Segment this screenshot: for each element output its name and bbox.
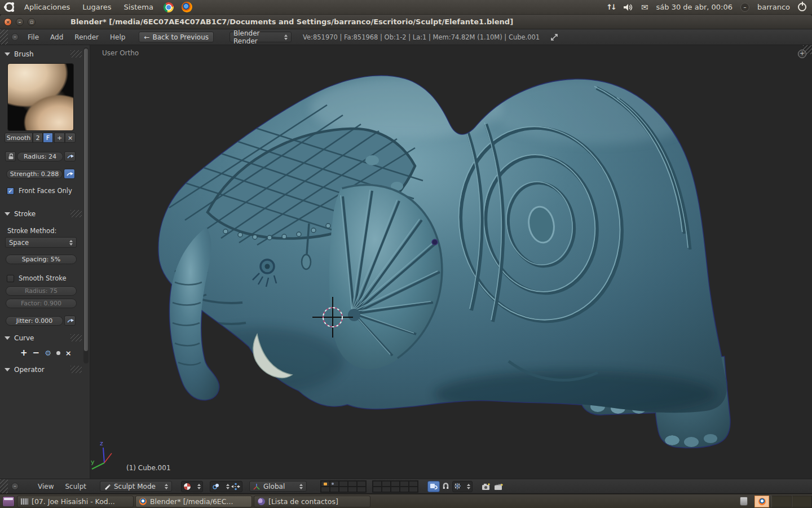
layer-cell[interactable] (357, 487, 366, 492)
snap-element-select[interactable] (452, 481, 473, 492)
panel-drag-widget[interactable] (70, 366, 82, 373)
menu-file[interactable]: File (22, 33, 45, 41)
layer-cell[interactable] (339, 481, 348, 487)
toolshelf-scrollbar-thumb[interactable] (84, 49, 88, 351)
unified-radius-lock-icon[interactable] (5, 151, 16, 161)
stroke-method-select[interactable]: Space (5, 237, 77, 248)
menu-add[interactable]: Add (45, 33, 69, 41)
menu-aplicaciones[interactable]: Aplicaciones (22, 2, 72, 12)
brush-fake-user-button[interactable]: F (43, 133, 53, 143)
window-maximize-button[interactable]: ▫ (28, 18, 36, 26)
panel-drag-widget[interactable] (70, 50, 82, 58)
layer-cell[interactable] (391, 487, 400, 492)
layers-grid-right[interactable] (372, 480, 418, 493)
task-media-player[interactable]: [07. Joe Hisaishi - Kod... (17, 496, 134, 507)
jitter-pressure-toggle[interactable] (64, 316, 76, 326)
strength-slider[interactable]: Strength: 0.288 (6, 169, 63, 179)
layer-cell[interactable] (321, 487, 330, 492)
opengl-render-button[interactable] (480, 481, 493, 492)
render-engine-select[interactable]: Blender Render (230, 32, 292, 42)
editor-type-button[interactable]: – (11, 33, 19, 41)
curve-preset-wrench-icon[interactable]: ⚙ (45, 349, 51, 357)
panel-drag-widget[interactable] (70, 210, 82, 217)
network-icon[interactable]: ↑↓ (606, 3, 615, 11)
task-blender[interactable]: Blender* [/media/6EC... (135, 496, 252, 507)
layer-cell[interactable] (400, 481, 409, 487)
spacing-slider[interactable]: Spacing: 5% (6, 255, 77, 264)
curve-add-point-button[interactable]: + (20, 348, 28, 358)
layer-cell[interactable] (373, 481, 382, 487)
menu-view[interactable]: View (32, 483, 59, 491)
layer-cell[interactable] (348, 481, 357, 487)
layer-cell[interactable] (357, 481, 366, 487)
layer-cell[interactable] (339, 487, 348, 492)
layer-cell[interactable] (348, 487, 357, 492)
workspace-cell[interactable] (792, 496, 812, 507)
panel-drag-widget[interactable] (70, 334, 82, 341)
brush-name-field[interactable]: Smooth (5, 133, 33, 143)
me-menu-icon[interactable]: – (740, 3, 749, 12)
layer-cell[interactable] (330, 481, 339, 487)
brush-add-button[interactable]: + (54, 133, 65, 143)
opengl-render-anim-button[interactable] (493, 481, 505, 492)
radius-slider[interactable]: Radius: 24 (17, 152, 63, 161)
layer-cell[interactable] (382, 487, 391, 492)
menu-sculpt[interactable]: Sculpt (59, 483, 91, 491)
pivot-point-icon[interactable] (212, 483, 220, 491)
brush-unlink-button[interactable]: × (65, 133, 76, 143)
layers-widget[interactable] (320, 480, 418, 493)
window-close-button[interactable]: × (4, 18, 12, 26)
brush-users-button[interactable]: 2 (33, 133, 43, 143)
curve-handle-type-icon[interactable] (56, 351, 60, 355)
layer-cell[interactable] (409, 481, 418, 487)
maximize-area-icon[interactable] (550, 33, 559, 42)
smooth-stroke-checkbox[interactable] (7, 275, 14, 282)
panel-header-curve[interactable]: Curve (5, 334, 34, 342)
chrome-launcher-icon[interactable] (164, 2, 174, 12)
power-icon[interactable] (798, 3, 806, 11)
menu-sistema[interactable]: Sistema (122, 2, 156, 12)
strength-pressure-toggle[interactable] (64, 169, 75, 179)
user-name[interactable]: barranco (757, 3, 790, 11)
smooth-factor-slider[interactable]: Factor: 0.900 (6, 299, 77, 308)
panel-header-stroke[interactable]: Stroke (5, 210, 36, 218)
layer-cell[interactable] (330, 487, 339, 492)
layers-grid-left[interactable] (320, 480, 367, 493)
brush-preview-image[interactable] (7, 63, 74, 131)
viewport-corner-widget[interactable] (803, 45, 812, 54)
jitter-slider[interactable]: Jitter: 0.000 (6, 316, 63, 326)
layer-cell[interactable] (400, 487, 409, 492)
trash-icon[interactable] (740, 497, 748, 506)
panel-header-brush[interactable]: Brush (5, 50, 34, 58)
mode-select[interactable]: Sculpt Mode (100, 481, 172, 492)
menu-lugares[interactable]: Lugares (80, 2, 113, 12)
task-contacts[interactable]: [Lista de contactos] (254, 496, 370, 507)
layer-cell-active[interactable] (321, 481, 330, 487)
mail-indicator-icon[interactable]: ✉ (641, 2, 648, 12)
smooth-radius-slider[interactable]: Radius: 75 (6, 286, 77, 296)
back-to-previous-button[interactable]: ← Back to Previous (139, 32, 214, 42)
viewport-3d[interactable]: y z User Ortho (1) Cube.001 + (90, 45, 812, 479)
workspace-cell[interactable] (771, 496, 792, 507)
editor-corner-widget[interactable] (0, 479, 8, 493)
firefox-launcher-icon[interactable] (182, 2, 192, 12)
layer-cell[interactable] (391, 481, 400, 487)
scene-lock-toggle[interactable] (427, 481, 440, 492)
curve-reset-button[interactable]: × (65, 349, 72, 357)
show-desktop-button[interactable] (2, 496, 15, 507)
volume-icon[interactable] (623, 3, 633, 11)
manipulator-toggle-icon[interactable] (231, 483, 240, 491)
menu-render[interactable]: Render (69, 33, 104, 41)
clock[interactable]: sáb 30 de abr, 00:06 (656, 3, 732, 11)
editor-type-button[interactable]: – (11, 483, 19, 490)
orientation-select[interactable]: Global (249, 481, 307, 492)
layer-cell[interactable] (409, 487, 418, 492)
editor-corner-widget[interactable] (0, 29, 8, 45)
curve-delete-point-button[interactable]: − (33, 348, 40, 358)
sculpt-object-elephant[interactable]: y z (90, 45, 812, 479)
workspace-blender-tile[interactable] (754, 496, 769, 507)
window-minimize-button[interactable]: – (16, 18, 24, 26)
layer-cell[interactable] (373, 487, 382, 492)
snap-toggle[interactable] (440, 481, 452, 492)
menu-help[interactable]: Help (104, 33, 131, 41)
